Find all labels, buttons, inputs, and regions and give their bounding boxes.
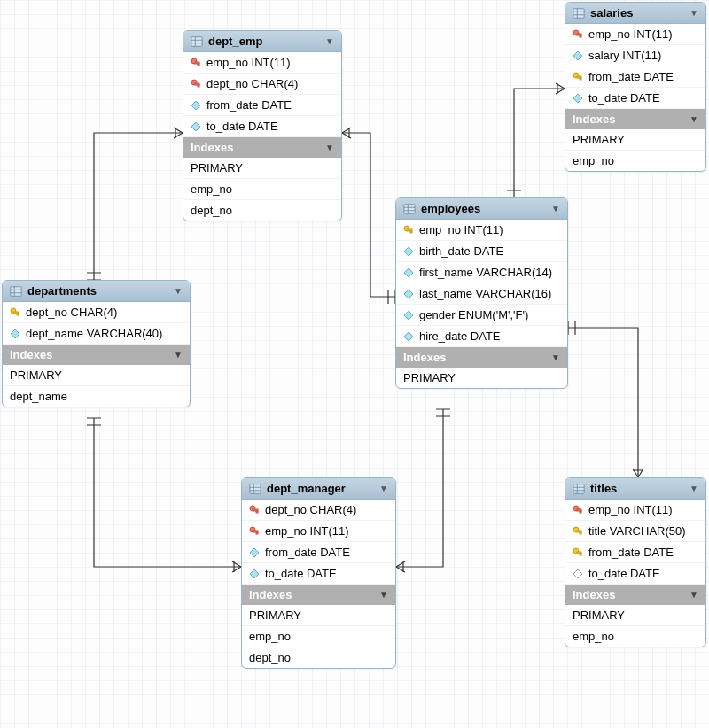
diamond-fill-icon	[403, 246, 414, 257]
indexes-section: PRIMARY	[396, 368, 567, 388]
table-name: titles	[590, 482, 617, 495]
indexes-header[interactable]: Indexes▼	[183, 137, 341, 158]
index-item[interactable]: PRIMARY	[565, 605, 705, 626]
indexes-label: Indexes	[249, 588, 292, 601]
index-item[interactable]: PRIMARY	[565, 129, 705, 151]
table-icon	[249, 483, 261, 495]
column-text: dept_no CHAR(4)	[265, 503, 356, 516]
chevron-down-icon[interactable]: ▼	[690, 8, 698, 18]
column-row[interactable]: emp_no INT(11)	[183, 52, 341, 74]
column-text: gender ENUM('M','F')	[419, 308, 528, 321]
column-row[interactable]: title VARCHAR(50)	[565, 521, 705, 542]
index-item[interactable]: emp_no	[242, 626, 395, 647]
table-dept_manager[interactable]: dept_manager▼dept_no CHAR(4)emp_no INT(1…	[241, 477, 396, 669]
table-header[interactable]: dept_emp▼	[183, 31, 341, 52]
diamond-fill-icon	[573, 50, 583, 61]
chevron-down-icon[interactable]: ▼	[379, 590, 388, 600]
key-gold-icon	[10, 307, 20, 318]
indexes-label: Indexes	[573, 112, 615, 126]
chevron-down-icon[interactable]: ▼	[551, 204, 560, 213]
chevron-down-icon[interactable]: ▼	[174, 350, 183, 360]
column-text: emp_no INT(11)	[206, 56, 291, 69]
key-red-icon	[191, 58, 201, 68]
column-text: emp_no INT(11)	[419, 223, 503, 236]
indexes-header[interactable]: Indexes▼	[565, 585, 705, 605]
diamond-fill-icon	[403, 331, 414, 342]
indexes-label: Indexes	[191, 141, 233, 154]
index-item[interactable]: emp_no	[183, 179, 341, 200]
table-name: departments	[27, 284, 97, 298]
column-row[interactable]: dept_no CHAR(4)	[242, 500, 395, 521]
column-row[interactable]: last_name VARCHAR(16)	[396, 283, 567, 305]
columns-section: emp_no INT(11)dept_no CHAR(4)from_date D…	[183, 52, 341, 137]
column-row[interactable]: hire_date DATE	[396, 326, 567, 347]
column-row[interactable]: emp_no INT(11)	[565, 500, 705, 521]
diamond-fill-icon	[403, 310, 414, 321]
key-red-icon	[573, 29, 583, 40]
column-row[interactable]: emp_no INT(11)	[242, 521, 395, 542]
table-header[interactable]: titles▼	[565, 478, 705, 500]
column-row[interactable]: first_name VARCHAR(14)	[396, 262, 567, 283]
column-row[interactable]: emp_no INT(11)	[396, 220, 567, 241]
index-item[interactable]: emp_no	[565, 151, 705, 171]
diamond-fill-icon	[191, 100, 201, 111]
table-header[interactable]: dept_manager▼	[242, 478, 395, 500]
column-row[interactable]: from_date DATE	[242, 542, 395, 563]
chevron-down-icon[interactable]: ▼	[551, 352, 560, 362]
indexes-section: PRIMARYemp_nodept_no	[183, 158, 341, 221]
column-row[interactable]: dept_no CHAR(4)	[3, 302, 190, 323]
index-item[interactable]: PRIMARY	[183, 158, 341, 179]
indexes-section: PRIMARYemp_nodept_no	[242, 605, 395, 668]
index-item[interactable]: dept_no	[242, 647, 395, 668]
indexes-header[interactable]: Indexes▼	[3, 345, 190, 365]
columns-section: emp_no INT(11)birth_date DATEfirst_name …	[396, 220, 567, 347]
column-row[interactable]: from_date DATE	[183, 95, 341, 116]
index-item[interactable]: PRIMARY	[396, 368, 567, 388]
table-dept_emp[interactable]: dept_emp▼emp_no INT(11)dept_no CHAR(4)fr…	[183, 30, 342, 221]
column-row[interactable]: dept_no CHAR(4)	[183, 74, 341, 95]
table-name: employees	[421, 202, 480, 215]
key-gold-icon	[573, 526, 583, 537]
column-row[interactable]: to_date DATE	[242, 563, 395, 585]
column-row[interactable]: from_date DATE	[565, 66, 705, 88]
indexes-label: Indexes	[10, 348, 52, 361]
table-icon	[10, 285, 22, 298]
column-row[interactable]: emp_no INT(11)	[565, 24, 705, 45]
index-item[interactable]: dept_name	[3, 386, 190, 407]
column-row[interactable]: to_date DATE	[565, 88, 705, 109]
column-row[interactable]: birth_date DATE	[396, 241, 567, 262]
table-name: salaries	[590, 6, 633, 19]
column-row[interactable]: from_date DATE	[565, 542, 705, 563]
column-row[interactable]: salary INT(11)	[565, 45, 705, 66]
chevron-down-icon[interactable]: ▼	[174, 286, 183, 296]
table-header[interactable]: employees▼	[396, 198, 567, 220]
chevron-down-icon[interactable]: ▼	[379, 484, 388, 493]
table-header[interactable]: salaries▼	[565, 3, 705, 24]
indexes-header[interactable]: Indexes▼	[396, 347, 567, 368]
index-item[interactable]: emp_no	[565, 626, 705, 647]
chevron-down-icon[interactable]: ▼	[325, 143, 334, 152]
chevron-down-icon[interactable]: ▼	[690, 590, 698, 600]
chevron-down-icon[interactable]: ▼	[690, 114, 698, 124]
index-item[interactable]: dept_no	[183, 200, 341, 221]
index-item[interactable]: PRIMARY	[3, 365, 190, 386]
indexes-header[interactable]: Indexes▼	[242, 585, 395, 605]
key-red-icon	[573, 505, 583, 515]
column-row[interactable]: dept_name VARCHAR(40)	[3, 323, 190, 345]
column-row[interactable]: to_date DATE	[565, 563, 705, 585]
diamond-fill-icon	[249, 569, 260, 579]
index-item[interactable]: PRIMARY	[242, 605, 395, 626]
table-employees[interactable]: employees▼emp_no INT(11)birth_date DATEf…	[395, 197, 568, 389]
table-salaries[interactable]: salaries▼emp_no INT(11)salary INT(11)fro…	[565, 2, 706, 172]
indexes-header[interactable]: Indexes▼	[565, 109, 705, 129]
column-text: from_date DATE	[588, 70, 674, 83]
chevron-down-icon[interactable]: ▼	[325, 36, 334, 46]
column-row[interactable]: gender ENUM('M','F')	[396, 305, 567, 326]
columns-section: emp_no INT(11)salary INT(11)from_date DA…	[565, 24, 705, 109]
table-titles[interactable]: titles▼emp_no INT(11)title VARCHAR(50)fr…	[565, 477, 706, 647]
column-text: dept_no CHAR(4)	[26, 306, 117, 319]
table-header[interactable]: departments▼	[3, 281, 190, 302]
table-departments[interactable]: departments▼dept_no CHAR(4)dept_name VAR…	[2, 280, 191, 407]
column-row[interactable]: to_date DATE	[183, 116, 341, 137]
chevron-down-icon[interactable]: ▼	[690, 484, 698, 493]
